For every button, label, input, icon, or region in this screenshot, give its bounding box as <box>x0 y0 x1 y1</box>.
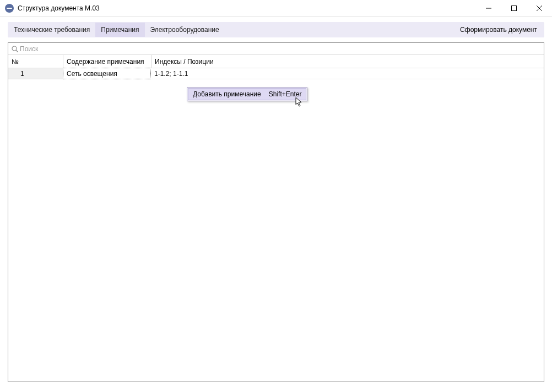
column-header-num[interactable]: № <box>8 55 63 68</box>
context-item-label: Добавить примечание <box>193 90 261 98</box>
toolbar-container: Технические требования Примечания Электр… <box>0 17 552 37</box>
minimize-button[interactable] <box>476 0 501 17</box>
cell-text[interactable]: Сеть освещения <box>63 68 151 79</box>
cell-num[interactable]: 1 <box>8 68 63 79</box>
tab-electrical[interactable]: Электрооборудование <box>145 23 225 37</box>
app-icon <box>5 4 14 13</box>
svg-point-4 <box>12 46 17 51</box>
context-item-add-note[interactable]: Добавить примечание Shift+Enter <box>188 88 306 100</box>
svg-line-5 <box>16 50 18 52</box>
table-header: № Содержание примечания Индексы / Позици… <box>8 55 544 68</box>
search-input[interactable] <box>20 45 541 53</box>
window-title: Структура документа М.03 <box>18 4 476 12</box>
generate-document-button[interactable]: Сформировать документ <box>453 23 544 37</box>
maximize-button[interactable] <box>501 0 527 17</box>
tab-tech-requirements[interactable]: Технические требования <box>8 23 95 37</box>
svg-rect-1 <box>512 6 517 11</box>
window-controls <box>476 0 552 17</box>
context-item-shortcut: Shift+Enter <box>269 90 302 98</box>
context-menu: Добавить примечание Shift+Enter <box>187 87 307 101</box>
close-button[interactable] <box>527 0 552 17</box>
cell-idx[interactable]: 1-1.2; 1-1.1 <box>151 68 544 79</box>
column-header-idx[interactable]: Индексы / Позиции <box>151 55 544 68</box>
search-row <box>8 43 544 55</box>
titlebar: Структура документа М.03 <box>0 0 552 17</box>
table-row[interactable]: 1 Сеть освещения 1-1.2; 1-1.1 <box>8 68 544 79</box>
toolbar: Технические требования Примечания Электр… <box>8 22 544 37</box>
column-header-text[interactable]: Содержание примечания <box>63 55 151 68</box>
tab-notes[interactable]: Примечания <box>95 23 144 37</box>
search-icon <box>11 45 19 53</box>
